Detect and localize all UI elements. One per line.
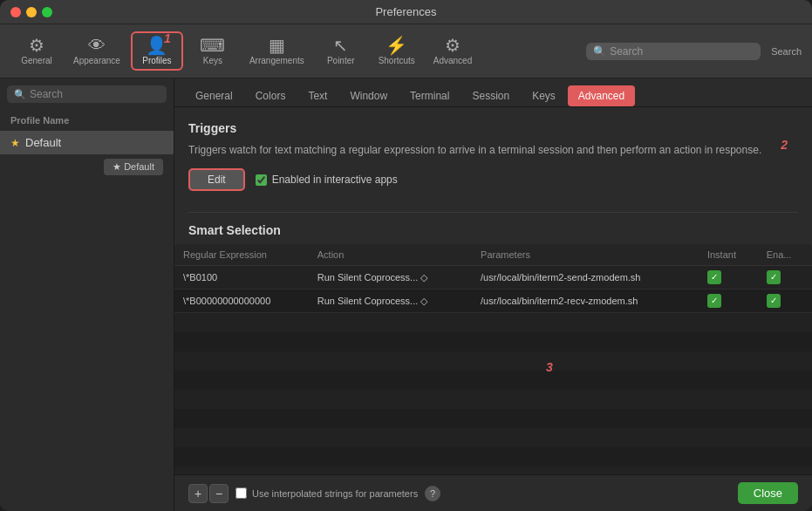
arrangements-icon: ▦: [269, 37, 285, 54]
cell-action: Run Silent Coprocess... ◇: [309, 266, 472, 290]
interpolated-text: Use interpolated strings for parameters: [252, 488, 418, 499]
col-header-action: Action: [309, 244, 472, 266]
toolbar-search-input[interactable]: [610, 45, 749, 58]
toolbar: 1 ⚙ General 👁 Appearance 👤 Profiles ⌨ Ke…: [0, 24, 812, 78]
add-trigger-button[interactable]: +: [188, 484, 208, 503]
main-area: 🔍 Profile Name ★ Default ★ Default 2 Gen…: [0, 78, 812, 511]
empty-table-row: [174, 447, 812, 467]
appearance-icon: 👁: [88, 37, 106, 54]
tab-session[interactable]: Session: [461, 85, 520, 106]
search-icon: 🔍: [593, 45, 606, 58]
triggers-section: Triggers Triggers watch for text matchin…: [188, 121, 798, 205]
empty-table-row: [174, 390, 812, 409]
triggers-title: Triggers: [188, 121, 798, 135]
instant-check-icon: ✓: [707, 294, 721, 308]
instant-check-icon: ✓: [707, 270, 721, 284]
col-header-parameters: Parameters: [472, 244, 699, 266]
sidebar-search-icon: 🔍: [14, 89, 26, 100]
annotation-1: 1: [164, 31, 171, 45]
cell-action: Run Silent Coprocess... ◇: [309, 290, 472, 313]
toolbar-item-advanced[interactable]: ⚙ Advanced: [426, 33, 479, 69]
cell-instant: ✓: [699, 266, 758, 290]
interpolated-checkbox[interactable]: [235, 487, 247, 499]
table-row[interactable]: \*B00000000000000 Run Silent Coprocess..…: [174, 290, 812, 313]
toolbar-search-box[interactable]: 🔍: [586, 43, 761, 60]
empty-table-row: [174, 351, 812, 371]
toolbar-label-appearance: Appearance: [73, 56, 120, 65]
empty-table-row: [174, 313, 812, 332]
triggers-description: Triggers watch for text matching a regul…: [188, 142, 798, 158]
profile-item-label: Default: [25, 136, 61, 149]
cell-parameters: /usr/local/bin/iterm2-send-zmodem.sh: [472, 266, 699, 290]
empty-table-row: [174, 332, 812, 351]
titlebar: Preferences: [0, 0, 812, 24]
toolbar-search-label: Search: [771, 46, 802, 57]
profile-item-default[interactable]: ★ Default: [0, 131, 174, 154]
table-header-row: Regular Expression Action Parameters Ins…: [174, 244, 812, 266]
edit-button[interactable]: Edit: [188, 168, 245, 191]
edit-row: 3 Edit Enabled in interactive apps: [188, 168, 798, 191]
sidebar-search-area: 🔍: [0, 78, 174, 110]
toolbar-item-arrangements[interactable]: ▦ Arrangements: [242, 33, 311, 69]
empty-table-row: [174, 428, 812, 447]
bottom-bar: + − Use interpolated strings for paramet…: [174, 474, 812, 511]
empty-table-row: [174, 371, 812, 390]
enabled-label[interactable]: Enabled in interactive apps: [256, 174, 398, 186]
triggers-table: Regular Expression Action Parameters Ins…: [174, 244, 812, 313]
cell-enabled: ✓: [758, 290, 812, 313]
shortcuts-icon: ⚡: [386, 37, 407, 54]
set-default-button[interactable]: ★ Default: [104, 159, 163, 175]
sidebar-search-box[interactable]: 🔍: [7, 85, 167, 103]
tab-advanced[interactable]: Advanced: [568, 85, 635, 106]
toolbar-label-general: General: [21, 56, 52, 65]
cell-instant: ✓: [699, 290, 758, 313]
traffic-lights: [10, 7, 52, 17]
empty-rows-area: [174, 313, 812, 474]
enabled-checkbox[interactable]: [256, 174, 267, 186]
remove-trigger-button[interactable]: −: [209, 484, 229, 503]
toolbar-item-keys[interactable]: ⌨ Keys: [187, 33, 239, 69]
col-header-instant: Instant: [699, 244, 758, 266]
toolbar-item-pointer[interactable]: ↖ Pointer: [315, 33, 367, 69]
cell-regex: \*B0100: [174, 266, 309, 290]
cell-parameters: /usr/local/bin/iterm2-recv-zmodem.sh: [472, 290, 699, 313]
tab-bar: 2 General Colors Text Window Terminal Se…: [174, 78, 812, 107]
tab-window[interactable]: Window: [339, 85, 398, 106]
enabled-check-icon: ✓: [767, 270, 781, 284]
enabled-text: Enabled in interactive apps: [272, 174, 398, 186]
tab-colors[interactable]: Colors: [245, 85, 297, 106]
toolbar-item-profiles[interactable]: 👤 Profiles: [131, 31, 183, 71]
close-button[interactable]: Close: [738, 482, 798, 504]
tab-terminal[interactable]: Terminal: [399, 85, 460, 106]
maximize-traffic-light[interactable]: [42, 7, 52, 17]
interpolated-label[interactable]: Use interpolated strings for parameters: [235, 487, 418, 499]
table-row[interactable]: \*B0100 Run Silent Coprocess... ◇ /usr/l…: [174, 266, 812, 290]
toolbar-item-general[interactable]: ⚙ General: [10, 33, 63, 69]
toolbar-label-arrangements: Arrangements: [249, 56, 304, 65]
tab-general[interactable]: General: [185, 85, 243, 106]
enabled-check-icon: ✓: [767, 294, 781, 308]
add-remove-buttons: + −: [188, 484, 229, 503]
preferences-window: Preferences 1 ⚙ General 👁 Appearance 👤 P…: [0, 0, 812, 511]
close-traffic-light[interactable]: [10, 7, 21, 17]
help-button[interactable]: ?: [425, 486, 440, 501]
empty-table-row: [174, 409, 812, 428]
annotation-3: 3: [546, 360, 553, 374]
toolbar-item-appearance[interactable]: 👁 Appearance: [66, 33, 127, 69]
toolbar-label-keys: Keys: [203, 56, 222, 65]
minimize-traffic-light[interactable]: [26, 7, 37, 17]
pointer-icon: ↖: [333, 37, 348, 54]
toolbar-item-shortcuts[interactable]: ⚡ Shortcuts: [371, 33, 423, 69]
toolbar-label-pointer: Pointer: [327, 56, 355, 65]
empty-table-row: [174, 467, 812, 474]
tab-text[interactable]: Text: [297, 85, 338, 106]
toolbar-label-advanced: Advanced: [433, 56, 472, 65]
sidebar: 🔍 Profile Name ★ Default ★ Default: [0, 78, 174, 511]
tab-content: Triggers Triggers watch for text matchin…: [174, 107, 812, 474]
content-area: 2 General Colors Text Window Terminal Se…: [174, 78, 812, 511]
col-header-regex: Regular Expression: [174, 244, 309, 266]
sidebar-search-input[interactable]: [30, 88, 160, 100]
cell-regex: \*B00000000000000: [174, 290, 309, 313]
triggers-panel: Regular Expression Action Parameters Ins…: [174, 244, 812, 474]
tab-keys[interactable]: Keys: [522, 85, 566, 106]
